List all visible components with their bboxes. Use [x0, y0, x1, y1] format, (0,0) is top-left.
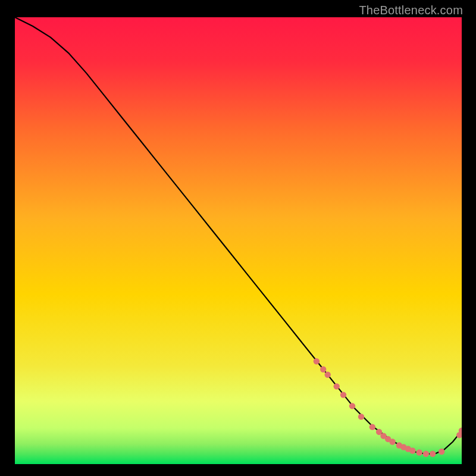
curve-marker — [334, 383, 340, 389]
curve-marker — [320, 367, 326, 372]
curve-marker — [325, 372, 331, 378]
curve-marker — [423, 451, 429, 457]
curve-marker — [349, 403, 355, 409]
bottleneck-chart — [15, 17, 462, 464]
curve-marker — [340, 392, 346, 397]
curve-marker — [314, 358, 320, 364]
curve-marker — [358, 414, 364, 419]
chart-frame — [15, 17, 462, 464]
gradient-background — [15, 17, 462, 464]
curve-marker — [409, 447, 415, 453]
curve-marker — [389, 439, 395, 444]
curve-marker — [416, 449, 422, 455]
curve-marker — [369, 424, 375, 430]
curve-marker — [439, 449, 444, 455]
attribution-text: TheBottleneck.com — [359, 4, 463, 17]
curve-marker — [430, 451, 436, 457]
